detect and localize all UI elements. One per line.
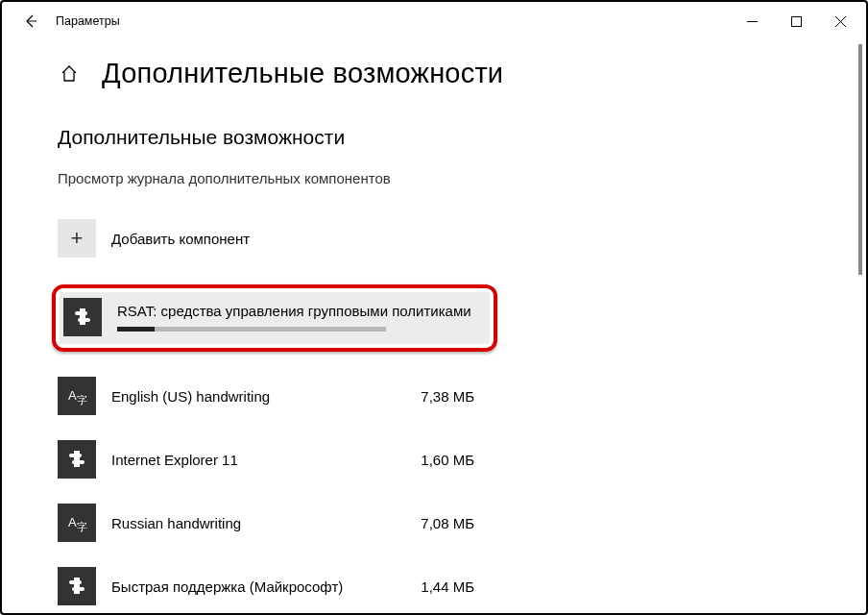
- page-title: Дополнительные возможности: [102, 58, 503, 89]
- svg-text:A: A: [68, 388, 77, 403]
- close-button[interactable]: [818, 2, 862, 40]
- svg-text:A: A: [68, 515, 77, 529]
- feature-name: Internet Explorer 11: [111, 452, 238, 468]
- feature-row[interactable]: A字Russian handwriting7,08 МБ: [58, 504, 480, 542]
- back-button[interactable]: [10, 2, 52, 40]
- feature-size: 7,38 МБ: [421, 388, 474, 405]
- close-icon: [835, 16, 846, 27]
- add-feature-row[interactable]: + Добавить компонент: [58, 219, 480, 258]
- plus-icon: +: [58, 219, 96, 258]
- arrow-left-icon: [23, 13, 38, 29]
- installing-feature-highlight: RSAT: средства управления групповыми пол…: [52, 284, 497, 352]
- puzzle-icon: [58, 567, 96, 605]
- minimize-icon: [747, 16, 758, 27]
- window-title: Параметры: [56, 14, 120, 28]
- home-icon: [60, 64, 79, 84]
- scrollbar[interactable]: [858, 44, 862, 275]
- svg-text:字: 字: [77, 521, 87, 532]
- svg-rect-1: [791, 16, 801, 26]
- feature-row-installing[interactable]: RSAT: средства управления групповыми пол…: [60, 292, 490, 344]
- section-title: Дополнительные возможности: [58, 126, 866, 149]
- home-button[interactable]: [58, 62, 81, 86]
- maximize-button[interactable]: [774, 2, 818, 40]
- install-progress-fill: [117, 327, 155, 332]
- language-icon: A字: [58, 377, 96, 415]
- feature-row[interactable]: Быстрая поддержка (Майкрософт)1,44 МБ: [58, 567, 480, 605]
- feature-name: RSAT: средства управления групповыми пол…: [117, 303, 471, 319]
- feature-name: Быстрая поддержка (Майкрософт): [111, 578, 343, 595]
- feature-name: English (US) handwriting: [111, 388, 270, 405]
- feature-name: Russian handwriting: [111, 515, 241, 531]
- feature-size: 1,60 МБ: [421, 452, 474, 468]
- feature-size: 7,08 МБ: [421, 515, 474, 531]
- minimize-button[interactable]: [730, 2, 774, 40]
- add-feature-label: Добавить компонент: [111, 231, 250, 247]
- history-link[interactable]: Просмотр журнала дополнительных компонен…: [58, 170, 866, 186]
- puzzle-icon: [58, 440, 96, 479]
- svg-text:字: 字: [77, 394, 87, 406]
- feature-row[interactable]: A字English (US) handwriting7,38 МБ: [58, 377, 480, 415]
- maximize-icon: [791, 16, 802, 27]
- feature-size: 1,44 МБ: [421, 578, 474, 595]
- language-icon: A字: [58, 504, 96, 542]
- feature-row[interactable]: Internet Explorer 111,60 МБ: [58, 440, 480, 479]
- puzzle-icon: [63, 298, 102, 336]
- install-progress: [117, 327, 386, 332]
